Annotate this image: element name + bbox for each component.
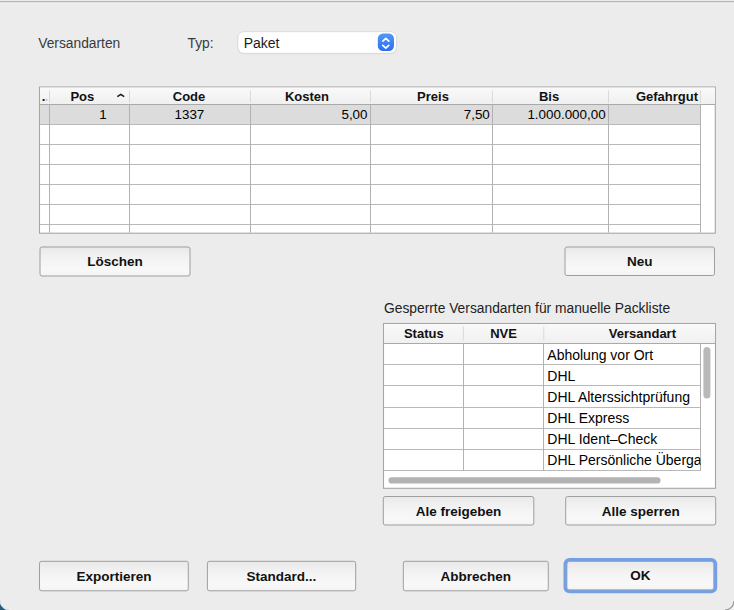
svg-text:Exportieren: Exportieren xyxy=(76,569,151,584)
svg-text:Abbrechen: Abbrechen xyxy=(441,569,512,584)
svg-text:DHL Alterssichtprüfung: DHL Alterssichtprüfung xyxy=(547,389,690,405)
svg-text:Code: Code xyxy=(173,89,206,104)
svg-text:Standard...: Standard... xyxy=(247,569,317,584)
svg-text:Pos: Pos xyxy=(70,89,94,104)
svg-text:DHL Express: DHL Express xyxy=(547,410,629,426)
svg-text:Ale freigeben: Ale freigeben xyxy=(416,504,502,519)
svg-text:Gesperrte Versandarten für man: Gesperrte Versandarten für manuelle Pack… xyxy=(384,301,670,316)
svg-text:1: 1 xyxy=(99,107,106,122)
svg-text:.: . xyxy=(42,89,46,104)
svg-text:DHL Ident–Check: DHL Ident–Check xyxy=(547,431,658,447)
svg-text:Abholung vor Ort: Abholung vor Ort xyxy=(547,347,653,363)
svg-text:7,50: 7,50 xyxy=(464,107,490,122)
svg-text:Paket: Paket xyxy=(244,35,280,51)
svg-text:DHL Persönliche Übergabe: DHL Persönliche Übergabe xyxy=(547,451,717,468)
svg-text:OK: OK xyxy=(630,568,651,583)
svg-text:Status: Status xyxy=(404,326,444,341)
svg-text:Preis: Preis xyxy=(417,89,449,104)
svg-text:Alle sperren: Alle sperren xyxy=(602,504,680,519)
svg-text:Kosten: Kosten xyxy=(285,89,329,104)
svg-text:Löschen: Löschen xyxy=(87,254,143,269)
svg-text:5,00: 5,00 xyxy=(341,107,367,122)
svg-text:NVE: NVE xyxy=(490,326,517,341)
svg-text:Neu: Neu xyxy=(627,254,653,269)
svg-text:1337: 1337 xyxy=(175,107,205,122)
svg-text:Gefahrgut: Gefahrgut xyxy=(636,89,699,104)
svg-text:DHL: DHL xyxy=(547,368,575,384)
svg-text:Versandart: Versandart xyxy=(609,326,677,341)
svg-text:Bis: Bis xyxy=(539,89,559,104)
svg-text:Typ:: Typ: xyxy=(188,36,214,51)
svg-text:1.000.000,00: 1.000.000,00 xyxy=(527,107,605,122)
svg-text:Versandarten: Versandarten xyxy=(38,36,120,51)
